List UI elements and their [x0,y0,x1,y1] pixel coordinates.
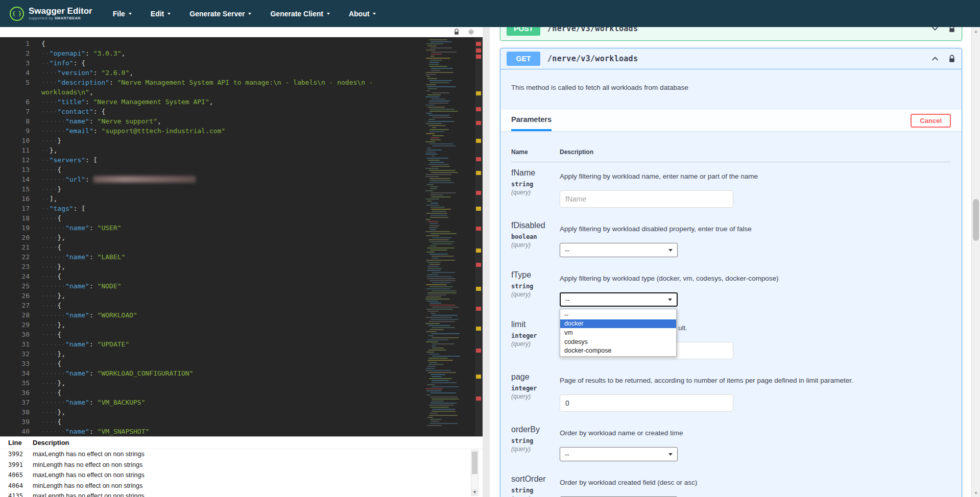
error-row[interactable]: 3991minLength has no effect on non strin… [0,460,483,470]
error-line-number: 3991 [0,461,29,468]
warning-mark[interactable] [476,375,481,379]
chevron-down-icon[interactable] [929,27,941,33]
line-number: 4 [0,68,30,78]
menu-edit[interactable]: Edit [151,10,171,18]
errors-line-column-header: Line [0,439,29,446]
error-mark[interactable] [476,55,481,59]
selected-value: -- [565,451,569,458]
code-line: 14······"url": [0,175,425,184]
line-number: 22 [0,252,30,262]
readonly-lock-icon[interactable] [453,29,460,35]
error-row[interactable]: 4065maxLength has no effect on non strin… [0,470,483,481]
menu-file[interactable]: File [113,10,132,18]
warning-mark[interactable] [476,248,481,253]
fName-input[interactable] [560,190,733,208]
error-mark[interactable] [476,227,481,231]
post-operation-header[interactable]: POST /nerve/v3/workloads [500,27,962,40]
code-line: 30····{ [0,330,425,339]
error-mark[interactable] [476,157,481,161]
fType-select[interactable]: -- [560,292,678,307]
error-row[interactable]: 3992maxLength has no effect on non strin… [0,449,483,460]
param-row-fType: fTypestring(query)Apply filtering by wor… [511,264,951,314]
menu-label: Edit [151,10,164,18]
line-number: 3 [0,58,30,68]
code-line: 18····{ [0,213,425,223]
scroll-down-arrow-icon[interactable]: ▼ [972,489,980,497]
errors-scrollbar-thumb[interactable] [472,452,477,474]
chevron-up-icon[interactable] [929,55,941,63]
auth-lock-icon[interactable] [948,55,955,63]
param-type: string [511,181,560,188]
pane-splitter[interactable] [483,27,490,497]
line-number: 38 [0,407,30,417]
warning-mark[interactable] [476,139,481,143]
param-name: limit [511,320,560,329]
orderBy-select[interactable]: -- [560,447,678,461]
warning-mark[interactable] [476,171,481,175]
scroll-down-arrow-icon[interactable]: ▼ [471,489,478,495]
brand: { } Swagger Editor supported by SMARTBEA… [10,7,92,21]
get-operation-header[interactable]: GET /nerve/v3/workloads [500,48,962,69]
param-name: page [511,372,560,382]
scroll-up-arrow-icon[interactable]: ▲ [972,27,980,35]
param-description: Order by workload name or created time [560,428,951,438]
fDisabled-select[interactable]: -- [560,243,678,257]
code-line: 20····}, [0,233,425,242]
menu-about[interactable]: About [349,10,376,18]
error-mark[interactable] [476,42,481,46]
error-description: maxLength has no effect on non strings [29,471,145,479]
page-scrollbar-thumb[interactable] [973,199,979,241]
error-row[interactable]: 4064minLength has no effect on non strin… [0,481,483,491]
code-editor[interactable]: 1{2··"openapi": "3.0.3",3··"info": {4···… [0,37,483,436]
dropdown-option[interactable]: vm [560,328,676,337]
param-type: integer [511,385,560,392]
error-mark[interactable] [476,48,481,53]
cancel-button[interactable]: Cancel [911,114,951,128]
errors-list: 3992maxLength has no effect on non strin… [0,449,483,497]
param-row-sortOrder: sortOrderstring(query)Order by workload … [511,468,951,497]
auth-lock-icon[interactable] [948,27,955,33]
warning-mark[interactable] [476,287,481,291]
error-mark[interactable] [476,191,481,195]
error-line-number: 4065 [0,471,29,479]
post-workloads-operation: POST /nerve/v3/workloads [500,27,962,41]
topbar: { } Swagger Editor supported by SMARTBEA… [0,0,980,27]
error-mark[interactable] [476,307,481,311]
error-mark[interactable] [476,263,481,267]
editor-annotations-strip[interactable] [475,37,483,436]
line-number: 12 [0,155,30,165]
tab-parameters[interactable]: Parameters [511,110,552,131]
error-description: minLength has no effect on non strings [29,461,142,468]
warning-mark[interactable] [476,207,481,211]
warning-mark[interactable] [476,91,481,95]
param-location: (query) [511,189,560,196]
errors-scrollbar[interactable]: ▼ [471,450,479,496]
error-mark[interactable] [476,396,481,401]
dropdown-option[interactable]: docker [560,319,676,329]
errors-panel: Line Description 3992maxLength has no ef… [0,436,483,497]
param-description: Page of results to be returned, accordin… [560,376,951,385]
dropdown-option[interactable]: codesys [560,337,676,346]
error-mark[interactable] [476,121,481,125]
page-input[interactable] [560,394,733,412]
param-location: (query) [511,445,560,453]
dropdown-option[interactable]: docker-compose [560,346,676,355]
menu-generate-server[interactable]: Generate Server [189,10,251,18]
dropdown-option[interactable]: -- [560,310,676,319]
param-row-page: pageinteger(query)Page of results to be … [511,366,951,419]
code-line: 12··"servers": [ [0,155,425,165]
code-line: 7····"contact": { [0,107,425,116]
minimap[interactable] [425,39,460,434]
theme-toggle-sun-icon[interactable] [468,29,474,35]
warning-mark[interactable] [476,327,481,331]
error-mark[interactable] [476,349,481,353]
page-scrollbar[interactable]: ▲ ▼ [971,27,980,497]
line-number: 8 [0,116,30,126]
error-mark[interactable] [476,107,481,111]
menu-generate-client[interactable]: Generate Client [270,10,329,18]
param-location: (query) [511,291,560,298]
code-line: 10····} [0,136,425,145]
error-row[interactable]: 4135maxLength has no effect on non strin… [0,491,483,497]
chevron-down-icon [668,299,672,301]
code-line: 31······"name": "UPDATE" [0,339,425,349]
